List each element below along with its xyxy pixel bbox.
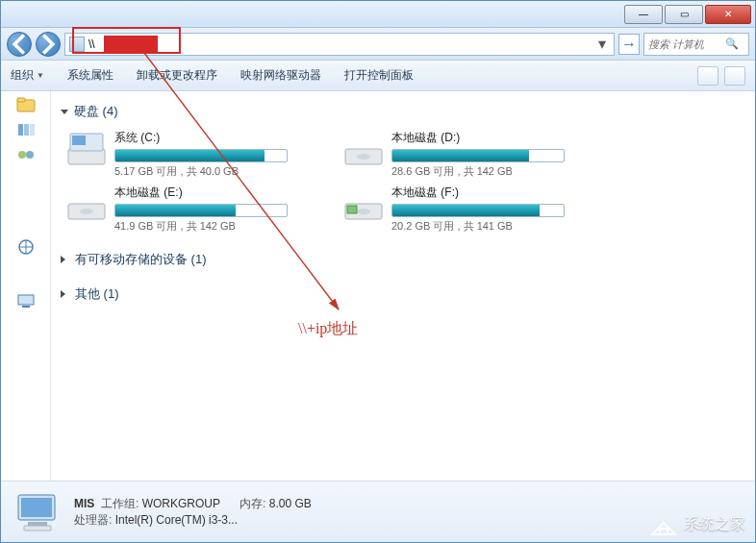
go-button[interactable]: →: [618, 34, 640, 55]
usage-bar: [114, 149, 288, 162]
watermark-text: 系统之家: [684, 514, 745, 534]
organize-label: 组织: [11, 67, 34, 84]
svg-point-5: [18, 151, 26, 159]
computer-icon: [69, 37, 85, 52]
network-icon[interactable]: [16, 239, 36, 255]
cpu-label: 处理器:: [74, 513, 112, 527]
svg-rect-1: [17, 98, 25, 102]
body: 硬盘 (4) 系统 (C:) 5.17 GB 可用 , 共 40.0 GB: [1, 91, 755, 481]
system-properties-button[interactable]: 系统属性: [67, 67, 113, 84]
maximize-button[interactable]: ▭: [665, 5, 703, 24]
redaction-block: [104, 36, 158, 53]
svg-rect-19: [347, 206, 357, 213]
usage-fill: [115, 205, 236, 216]
workgroup-value: WORKGROUP: [142, 497, 220, 510]
chevron-down-icon: ▼: [37, 71, 44, 80]
svg-rect-2: [18, 124, 23, 136]
watermark: 系统之家: [649, 511, 745, 536]
svg-rect-22: [28, 522, 47, 526]
address-bar[interactable]: ▾: [64, 33, 615, 56]
svg-rect-24: [660, 529, 668, 534]
forward-button[interactable]: [36, 32, 61, 57]
drive-name: 本地磁盘 (F:): [391, 185, 582, 201]
drive-c[interactable]: 系统 (C:) 5.17 GB 可用 , 共 40.0 GB: [66, 130, 305, 179]
annotation-label: \\+ip地址: [298, 319, 358, 339]
search-input[interactable]: [648, 38, 725, 50]
svg-rect-12: [72, 136, 86, 145]
back-button[interactable]: [7, 32, 32, 57]
drive-info: 本地磁盘 (D:) 28.6 GB 可用 , 共 142 GB: [391, 130, 582, 179]
favorites-icon[interactable]: [16, 97, 36, 112]
minimize-button[interactable]: —: [624, 5, 663, 24]
minimize-icon: —: [639, 9, 648, 19]
uninstall-label: 卸载或更改程序: [137, 67, 217, 84]
maximize-icon: ▭: [680, 9, 689, 19]
view-button[interactable]: [697, 66, 718, 86]
address-input[interactable]: [85, 37, 594, 51]
computer-icon-sidebar[interactable]: [16, 293, 36, 309]
control-panel-button[interactable]: 打开控制面板: [344, 67, 414, 84]
map-drive-button[interactable]: 映射网络驱动器: [240, 67, 321, 84]
window-controls: — ▭ ✕: [624, 5, 751, 24]
svg-point-6: [26, 151, 34, 159]
nav-sidebar: [1, 91, 51, 481]
other-group-label: 其他 (1): [75, 285, 119, 303]
cpu-value: Intel(R) Core(TM) i3-3...: [115, 513, 238, 527]
removable-group-header[interactable]: 有可移动存储的设备 (1): [61, 251, 743, 268]
toolbar: 组织▼ 系统属性 卸载或更改程序 映射网络驱动器 打开控制面板: [1, 61, 755, 91]
svg-point-14: [357, 154, 370, 160]
titlebar: — ▭ ✕: [1, 1, 755, 28]
usage-bar: [391, 204, 565, 217]
memory-label: 内存:: [239, 497, 265, 510]
drive-d[interactable]: 本地磁盘 (D:) 28.6 GB 可用 , 共 142 GB: [343, 130, 582, 179]
drive-e[interactable]: 本地磁盘 (E:) 41.9 GB 可用 , 共 142 GB: [66, 185, 305, 234]
drive-free-text: 28.6 GB 可用 , 共 142 GB: [391, 164, 582, 179]
usage-bar: [391, 149, 565, 162]
usage-fill: [392, 150, 529, 161]
computer-name: MIS: [74, 497, 94, 510]
explorer-window: — ▭ ✕ ▾ → 🔍 组织▼ 系统属性 卸载或更改程序 映射网络驱动器 打开控…: [0, 0, 756, 543]
go-arrow-icon: →: [621, 36, 637, 53]
close-icon: ✕: [724, 9, 732, 19]
removable-group-label: 有可移动存储的设备 (1): [75, 251, 207, 268]
usage-fill: [115, 150, 265, 161]
drive-info: 本地磁盘 (F:) 20.2 GB 可用 , 共 141 GB: [391, 185, 582, 234]
drive-name: 本地磁盘 (E:): [114, 185, 305, 201]
details-pane: MIS 工作组: WORKGROUP 内存: 8.00 GB 处理器: Inte…: [1, 481, 755, 542]
memory-value: 8.00 GB: [269, 497, 312, 510]
svg-rect-23: [24, 526, 51, 531]
details-text: MIS 工作组: WORKGROUP 内存: 8.00 GB 处理器: Inte…: [74, 496, 312, 529]
address-dropdown[interactable]: ▾: [594, 35, 610, 53]
drives-grid: 系统 (C:) 5.17 GB 可用 , 共 40.0 GB 本地磁盘 (D:)…: [59, 130, 743, 234]
drive-free-text: 41.9 GB 可用 , 共 142 GB: [114, 219, 305, 234]
close-button[interactable]: ✕: [705, 5, 751, 24]
drive-free-text: 5.17 GB 可用 , 共 40.0 GB: [114, 164, 305, 179]
mapdrive-label: 映射网络驱动器: [240, 67, 321, 84]
svg-point-18: [357, 209, 370, 214]
search-box[interactable]: 🔍: [643, 33, 749, 56]
drive-f[interactable]: 本地磁盘 (F:) 20.2 GB 可用 , 共 141 GB: [343, 185, 582, 234]
expand-icon: [61, 256, 69, 263]
drive-free-text: 20.2 GB 可用 , 共 141 GB: [391, 219, 582, 234]
computer-large-icon: [14, 491, 61, 533]
collapse-icon: [61, 110, 68, 114]
disks-group-header[interactable]: 硬盘 (4): [61, 103, 743, 120]
search-icon: 🔍: [725, 37, 739, 50]
disks-group-label: 硬盘 (4): [74, 103, 118, 120]
drive-icon: [66, 130, 107, 170]
drive-info: 系统 (C:) 5.17 GB 可用 , 共 40.0 GB: [114, 130, 305, 179]
svg-rect-3: [24, 124, 29, 136]
usage-fill: [392, 205, 540, 216]
homegroup-icon[interactable]: [16, 147, 36, 162]
svg-point-16: [80, 209, 93, 214]
other-group-header[interactable]: 其他 (1): [61, 285, 743, 303]
drive-icon: [66, 185, 107, 225]
content-pane: 硬盘 (4) 系统 (C:) 5.17 GB 可用 , 共 40.0 GB: [51, 91, 755, 481]
drive-icon: [343, 130, 384, 170]
help-button[interactable]: [724, 66, 745, 86]
libraries-icon[interactable]: [16, 122, 36, 137]
controlpanel-label: 打开控制面板: [344, 67, 414, 84]
svg-rect-21: [21, 498, 52, 517]
organize-menu[interactable]: 组织▼: [11, 67, 44, 84]
uninstall-button[interactable]: 卸载或更改程序: [137, 67, 217, 84]
